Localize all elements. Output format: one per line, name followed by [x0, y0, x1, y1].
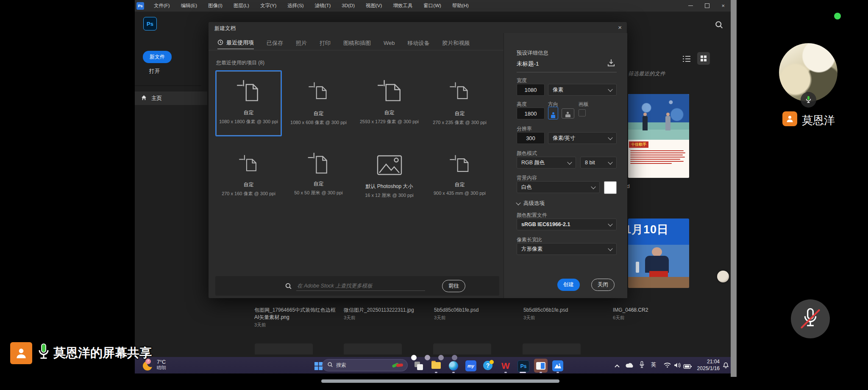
preset-card[interactable]: 自定 900 x 435 mm @ 300 ppi — [426, 147, 493, 207]
task-view-icon[interactable] — [413, 360, 424, 371]
menu-select[interactable]: 选择(S) — [282, 0, 309, 11]
help-app-icon[interactable]: ? — [483, 360, 494, 371]
grid-view-icon[interactable] — [697, 52, 710, 65]
orientation-portrait-button[interactable] — [548, 107, 558, 119]
microphone-mute-button[interactable] — [791, 299, 830, 338]
notification-bell-icon[interactable] — [722, 361, 729, 370]
color-mode-dropdown[interactable]: RGB 颜色 — [517, 157, 576, 169]
custom-doc-icon — [427, 80, 492, 106]
file-time: 3天前 — [434, 315, 479, 321]
file-entry[interactable]: 5b5d85c06b1fe.psd 3天前 — [434, 307, 479, 321]
preset-card[interactable]: 自定 1080 x 608 像素 @ 300 ppi — [285, 70, 352, 136]
mountain-app-icon[interactable] — [552, 360, 563, 371]
search-icon[interactable] — [715, 20, 723, 31]
running-indicator — [556, 372, 559, 373]
menu-layer[interactable]: 图层(L) — [228, 0, 255, 11]
preset-card[interactable]: 自定 270 x 235 像素 @ 300 ppi — [426, 70, 493, 136]
open-button[interactable]: 打开 — [149, 68, 160, 75]
tab-photo[interactable]: 照片 — [296, 39, 307, 49]
file-explorer-icon[interactable] — [431, 360, 442, 371]
tab-art-illustration[interactable]: 图稿和插图 — [343, 39, 371, 49]
wps-icon[interactable]: W — [500, 360, 511, 371]
wifi-icon[interactable] — [664, 362, 671, 370]
list-view-icon[interactable] — [682, 55, 691, 64]
pixel-aspect-dropdown[interactable]: 方形像素 — [517, 243, 617, 255]
width-input[interactable] — [517, 84, 545, 96]
file-name: 5b5d85c06b1fe.psd — [523, 307, 568, 314]
resolution-unit-dropdown[interactable]: 像素/英寸 — [548, 132, 617, 144]
background-color-swatch[interactable] — [604, 181, 617, 194]
preset-card[interactable]: 自定 50 x 50 厘米 @ 300 ppi — [285, 147, 352, 207]
document-name[interactable]: 未标题-1 — [517, 60, 539, 68]
minimize-icon[interactable] — [688, 6, 693, 6]
recent-file-thumbnail-press[interactable]: 1月10日 — [628, 219, 689, 288]
running-indicator — [540, 372, 542, 373]
recent-file-thumbnail-stage[interactable]: 十佳歌手 — [628, 94, 689, 178]
bit-depth-dropdown[interactable]: 8 bit — [580, 157, 617, 169]
create-button[interactable]: 创建 — [557, 279, 580, 291]
tab-saved[interactable]: 已保存 — [267, 39, 283, 49]
meeting-app-icon-active[interactable] — [534, 359, 548, 373]
sidebar-item-home[interactable]: 主页 — [135, 91, 207, 105]
menu-file[interactable]: 文件(F) — [148, 0, 175, 11]
preset-card[interactable]: 自定 270 x 160 像素 @ 300 ppi — [215, 147, 282, 207]
clock[interactable]: 21:04 2025/1/16 — [693, 358, 720, 372]
edge-browser-icon[interactable] — [448, 360, 459, 371]
battery-icon[interactable] — [683, 363, 692, 371]
orientation-landscape-button[interactable] — [562, 108, 574, 119]
onedrive-cloud-icon[interactable] — [626, 362, 634, 370]
menu-edit[interactable]: 编辑(E) — [175, 0, 203, 11]
dialog-close-icon[interactable]: × — [618, 24, 622, 31]
photoshop-task-icon[interactable]: Ps — [517, 360, 529, 372]
meeting-horizontal-scrollbar[interactable] — [321, 379, 559, 383]
file-entry[interactable]: 微信图片_20250113222311.jpg 3天前 — [344, 307, 414, 321]
meeting-vertical-scrollbar[interactable] — [731, 0, 737, 377]
menu-type[interactable]: 文字(Y) — [255, 0, 282, 11]
background-dropdown[interactable]: 白色 — [517, 181, 600, 193]
taskbar-search[interactable]: 搜索 — [322, 359, 408, 371]
my-app-icon[interactable]: my — [465, 360, 476, 371]
menu-image[interactable]: 图像(I) — [203, 0, 228, 11]
height-input[interactable] — [517, 108, 545, 119]
tab-film-video[interactable]: 胶片和视频 — [442, 39, 470, 49]
advanced-options-toggle[interactable]: 高级选项 — [517, 200, 545, 207]
tab-print[interactable]: 打印 — [320, 39, 331, 49]
maximize-icon[interactable] — [705, 3, 709, 8]
file-entry[interactable]: 包图网_17964665中式装饰红色边框AI矢量素材.png 3天前 — [254, 307, 337, 328]
save-preset-icon[interactable] — [606, 58, 616, 69]
menu-3d[interactable]: 3D(D) — [336, 0, 360, 11]
color-profile-dropdown[interactable]: sRGB IEC61966-2.1 — [517, 219, 617, 230]
file-entry[interactable]: 5b5d85c06b1fe.psd 3天前 — [523, 307, 568, 321]
running-indicator — [452, 372, 455, 373]
menu-view[interactable]: 视图(V) — [360, 0, 387, 11]
preset-card[interactable]: 自定 2593 x 1729 像素 @ 300 ppi — [356, 70, 423, 136]
file-entry[interactable]: IMG_0468.CR2 6天前 — [613, 307, 648, 321]
tray-mic-icon[interactable] — [639, 361, 645, 371]
stock-search-input[interactable] — [296, 281, 425, 291]
menu-help[interactable]: 帮助(H) — [447, 0, 474, 11]
resolution-input[interactable] — [517, 132, 545, 144]
press-photo — [628, 245, 689, 288]
partial-card — [523, 343, 581, 354]
floating-participant-bubble[interactable] — [717, 271, 729, 282]
tab-recent[interactable]: 最近使用项 — [217, 39, 254, 49]
preset-card-selected[interactable]: 自定 1080 x 1800 像素 @ 300 ppi — [215, 70, 282, 136]
filter-recent-files[interactable]: 选 筛选最近的文件 — [621, 70, 672, 77]
sidebar-home-label: 主页 — [151, 95, 162, 102]
file-name: IMG_0468.CR2 — [613, 307, 648, 314]
ime-indicator[interactable]: 英 — [651, 361, 657, 368]
new-file-button[interactable]: 新文件 — [143, 51, 172, 63]
tab-web[interactable]: Web — [384, 40, 395, 48]
menu-window[interactable]: 窗口(W) — [418, 0, 447, 11]
preset-card-default-photoshop[interactable]: 默认 Photoshop 大小 16 x 12 厘米 @ 300 ppi — [356, 147, 423, 207]
close-button[interactable]: 关闭 — [591, 279, 615, 291]
volume-icon[interactable] — [674, 362, 681, 370]
tray-expand-icon[interactable] — [614, 362, 620, 370]
close-window-icon[interactable]: × — [721, 3, 725, 8]
menu-filter[interactable]: 滤镜(T) — [309, 0, 337, 11]
artboard-checkbox[interactable] — [579, 109, 586, 116]
go-button[interactable]: 前往 — [442, 280, 465, 292]
width-unit-dropdown[interactable]: 像素 — [548, 84, 617, 96]
tab-mobile[interactable]: 移动设备 — [408, 39, 430, 49]
menu-plugins[interactable]: 增效工具 — [387, 0, 418, 11]
